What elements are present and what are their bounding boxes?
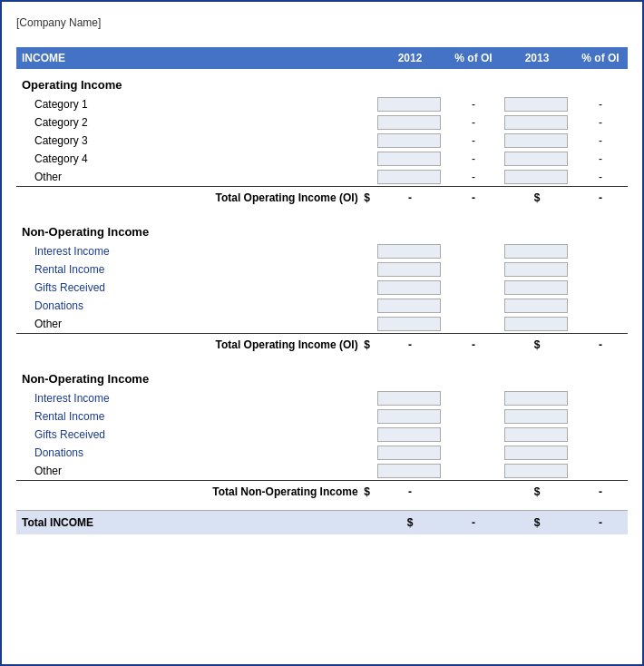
donations-1-label: Donations xyxy=(16,297,374,315)
table-row: Gifts Received xyxy=(16,279,628,297)
cat1-2013[interactable] xyxy=(501,95,573,113)
gifts2-2012[interactable] xyxy=(374,426,446,444)
total-oi2-label: Total Operating Income (OI) $ xyxy=(16,334,374,357)
interest2-2013[interactable] xyxy=(501,389,573,407)
page: [Company Name] INCOME 2012 % of OI 2013 … xyxy=(0,0,644,666)
total-income-row: Total INCOME $ - $ - xyxy=(16,510,628,534)
interest2-2012[interactable] xyxy=(374,389,446,407)
cat3-pct2: - xyxy=(573,132,628,150)
cat2-2013[interactable] xyxy=(501,113,573,132)
total-noi-2013-dollar: $ xyxy=(501,481,573,504)
gifts2-2013[interactable] xyxy=(501,426,573,444)
cat2-pct2: - xyxy=(573,113,628,132)
total-oi2-2012: - xyxy=(374,334,446,357)
donations-2-label: Donations xyxy=(16,444,374,462)
table-row: Other - - xyxy=(16,168,628,187)
table-row: Interest Income xyxy=(16,242,628,260)
cat2-label: Category 2 xyxy=(16,113,374,132)
interest-income-2-label: Interest Income xyxy=(16,389,374,407)
total-noi-2012: - xyxy=(374,481,446,504)
total-income-dash2: - xyxy=(573,510,628,534)
cat3-2012[interactable] xyxy=(374,132,446,150)
total-oi2-2013-dollar: $ xyxy=(501,334,573,357)
gifts1-2013[interactable] xyxy=(501,279,573,297)
other2-2012[interactable] xyxy=(374,315,446,334)
total-income-label: Total INCOME xyxy=(16,510,374,534)
total-oi-label: Total Operating Income (OI) $ xyxy=(16,187,374,210)
non-operating-income-2-title: Non-Operating Income xyxy=(16,363,628,389)
other2-label: Other xyxy=(16,315,374,334)
other2-2013[interactable] xyxy=(501,315,573,334)
interest2-pct2 xyxy=(573,389,628,407)
table-row: Donations xyxy=(16,297,628,315)
total-oi-pct1: - xyxy=(446,187,501,210)
interest1-2012[interactable] xyxy=(374,242,446,260)
total-noi-pct1 xyxy=(446,481,501,504)
gifts-received-1-label: Gifts Received xyxy=(16,279,374,297)
interest1-pct1 xyxy=(446,242,501,260)
cat2-2012[interactable] xyxy=(374,113,446,132)
rental1-2012[interactable] xyxy=(374,260,446,279)
other2-pct1 xyxy=(446,315,501,334)
table-header: INCOME 2012 % of OI 2013 % of OI xyxy=(16,47,628,69)
total-noi-label: Total Non-Operating Income $ xyxy=(16,481,374,504)
table-row: Category 3 - - xyxy=(16,132,628,150)
rental2-2012[interactable] xyxy=(374,407,446,426)
gifts-received-2-label: Gifts Received xyxy=(16,426,374,444)
cat3-label: Category 3 xyxy=(16,132,374,150)
cat1-pct1: - xyxy=(446,95,501,113)
donations2-pct1 xyxy=(446,444,501,462)
header-pct1: % of OI xyxy=(446,47,501,69)
header-2013: 2013 xyxy=(501,47,573,69)
company-name: [Company Name] xyxy=(16,16,628,29)
cat3-2013[interactable] xyxy=(501,132,573,150)
total-non-operating-income-row: Total Non-Operating Income $ - $ - xyxy=(16,481,628,504)
cat4-2012[interactable] xyxy=(374,150,446,168)
total-oi-2012: - xyxy=(374,187,446,210)
total-noi-2013-dash: - xyxy=(573,481,628,504)
donations2-2012[interactable] xyxy=(374,444,446,462)
gifts2-pct1 xyxy=(446,426,501,444)
total-income-dollar2: $ xyxy=(501,510,573,534)
other3-2012[interactable] xyxy=(374,462,446,481)
rental2-pct1 xyxy=(446,407,501,426)
gifts1-2012[interactable] xyxy=(374,279,446,297)
interest-income-1-label: Interest Income xyxy=(16,242,374,260)
donations1-2012[interactable] xyxy=(374,297,446,315)
table-row: Other xyxy=(16,315,628,334)
table-row: Rental Income xyxy=(16,260,628,279)
other1-2012[interactable] xyxy=(374,168,446,187)
cat3-pct1: - xyxy=(446,132,501,150)
rental-income-2-label: Rental Income xyxy=(16,407,374,426)
gifts2-pct2 xyxy=(573,426,628,444)
operating-income-title: Operating Income xyxy=(16,69,628,95)
header-pct2: % of OI xyxy=(573,47,628,69)
cat2-pct1: - xyxy=(446,113,501,132)
cat4-pct1: - xyxy=(446,150,501,168)
cat1-label: Category 1 xyxy=(16,95,374,113)
non-operating-income-1-title: Non-Operating Income xyxy=(16,216,628,242)
other3-pct1 xyxy=(446,462,501,481)
donations1-2013[interactable] xyxy=(501,297,573,315)
total-income-dash1: - xyxy=(446,510,501,534)
table-row: Category 4 - - xyxy=(16,150,628,168)
total-oi-2013-dollar: $ xyxy=(501,187,573,210)
cat4-pct2: - xyxy=(573,150,628,168)
other3-label: Other xyxy=(16,462,374,481)
cat4-2013[interactable] xyxy=(501,150,573,168)
interest1-2013[interactable] xyxy=(501,242,573,260)
other1-2013[interactable] xyxy=(501,168,573,187)
total-income-dollar1: $ xyxy=(374,510,446,534)
table-row: Category 1 - - xyxy=(16,95,628,113)
other1-pct1: - xyxy=(446,168,501,187)
total-oi-2013-dash: - xyxy=(573,187,628,210)
donations2-2013[interactable] xyxy=(501,444,573,462)
rental1-2013[interactable] xyxy=(501,260,573,279)
other3-2013[interactable] xyxy=(501,462,573,481)
total-operating-income-2-row: Total Operating Income (OI) $ - - $ - xyxy=(16,334,628,357)
donations1-pct1 xyxy=(446,297,501,315)
table-row: Other xyxy=(16,462,628,481)
rental2-2013[interactable] xyxy=(501,407,573,426)
cat1-2012[interactable] xyxy=(374,95,446,113)
donations2-pct2 xyxy=(573,444,628,462)
